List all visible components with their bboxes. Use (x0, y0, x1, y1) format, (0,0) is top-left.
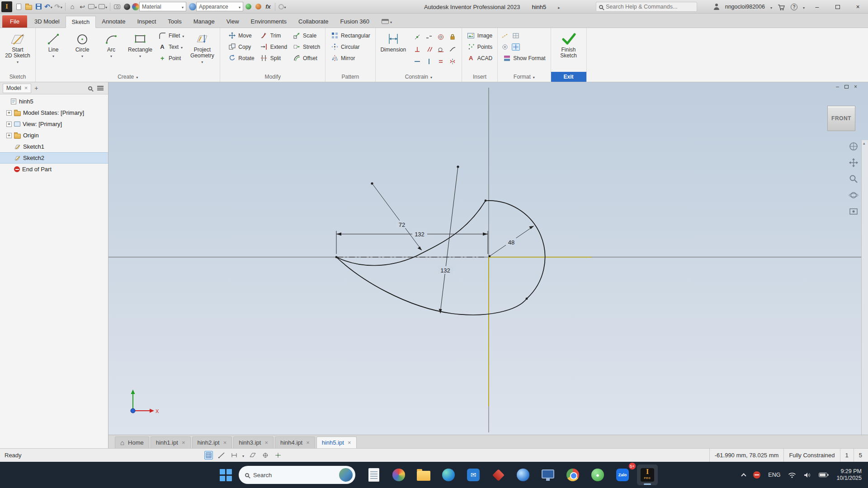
show-format-button[interactable]: Show Format (501, 52, 547, 64)
doc-close-icon[interactable]: × (854, 84, 857, 90)
dimension-text[interactable]: 132 (415, 231, 425, 238)
zoom-icon[interactable] (848, 174, 859, 184)
help-search-box[interactable] (596, 2, 697, 12)
home-view-button[interactable] (67, 1, 77, 12)
trim-button[interactable]: Trim (258, 30, 289, 41)
wifi-icon[interactable] (788, 472, 796, 478)
move-button[interactable]: Move (226, 30, 256, 41)
stretch-button[interactable]: Stretch (291, 41, 322, 52)
snap-node-icon[interactable] (274, 451, 282, 460)
point-button[interactable]: + Point (156, 52, 186, 64)
caret-down-icon[interactable] (803, 4, 805, 10)
navigation-wheel-icon[interactable] (848, 141, 859, 152)
tab-tools[interactable]: Tools (162, 15, 187, 28)
parameters-button[interactable]: fx (263, 1, 273, 12)
graphics-window[interactable]: 132 72 132 48 (108, 82, 868, 435)
caret-down-icon[interactable] (242, 452, 244, 459)
scale-button[interactable]: Scale (291, 30, 322, 41)
taskbar-search-box[interactable]: Search (239, 466, 355, 484)
doc-minimize-icon[interactable]: – (836, 84, 839, 90)
panel-title-insert[interactable]: Insert (462, 72, 497, 82)
tray-expand-chevron-icon[interactable] (741, 473, 746, 478)
browser-tab-model[interactable]: Model (3, 84, 31, 93)
return-button[interactable] (77, 1, 87, 12)
taskbar-green-app-icon[interactable]: ● (587, 465, 608, 485)
close-icon[interactable] (264, 439, 268, 446)
insert-points-button[interactable]: Points (465, 41, 494, 52)
tree-item-end-of-part[interactable]: End of Part (0, 164, 108, 175)
tree-item-view-primary[interactable]: View: [Primary] (0, 118, 108, 130)
dimension-text[interactable]: 72 (399, 221, 405, 228)
offset-button[interactable]: Offset (291, 52, 322, 64)
ribbon-display-toggle[interactable] (382, 15, 392, 28)
mirror-button[interactable]: Mirror (329, 52, 372, 64)
snap-lines-icon[interactable] (217, 451, 226, 460)
taskbar-clock[interactable]: 9:29 PM 10/1/2025 (836, 468, 862, 482)
slice-graphics-icon[interactable] (248, 451, 257, 460)
fillet-button[interactable]: Fillet (156, 30, 186, 41)
vertical-constraint-icon[interactable] (424, 56, 434, 66)
insert-acad-button[interactable]: AACAD (465, 52, 494, 64)
help-icon[interactable]: ? (791, 4, 797, 10)
clear-appearance-button[interactable] (253, 1, 263, 12)
render-button[interactable] (122, 1, 132, 12)
taskbar-inventor-icon[interactable]: IPRO (637, 465, 658, 485)
username-text[interactable]: nngocloi982006 (725, 4, 765, 10)
panel-title-create[interactable]: Create (36, 72, 220, 82)
arc-button[interactable]: Arc (97, 30, 126, 60)
vertical-scrollbar[interactable] (861, 140, 868, 435)
symmetric-constraint-icon[interactable] (447, 56, 458, 66)
tab-fusion-360[interactable]: Fusion 360 (335, 15, 375, 28)
look-at-icon[interactable] (848, 206, 859, 217)
close-icon[interactable] (348, 439, 351, 446)
panel-title-pattern[interactable]: Pattern (326, 72, 375, 82)
orbit-icon[interactable] (848, 190, 859, 201)
taskbar-file-explorer-icon[interactable] (413, 465, 434, 485)
taskbar-diamond-app-icon[interactable] (488, 465, 509, 485)
windows-start-button[interactable] (218, 467, 233, 483)
cart-icon[interactable] (778, 4, 785, 11)
dimension-text[interactable]: 132 (440, 267, 450, 274)
perpendicular-constraint-icon[interactable] (412, 44, 422, 54)
tab-file[interactable]: File (2, 15, 27, 28)
doc-tab-home[interactable]: Home (115, 436, 149, 448)
rotate-button[interactable]: Rotate (226, 52, 256, 64)
tab-collaborate[interactable]: Collaborate (292, 15, 335, 28)
circular-pattern-button[interactable]: Circular (329, 41, 372, 52)
caret-down-icon[interactable] (770, 4, 772, 10)
adjust-appearance-button[interactable] (243, 1, 253, 12)
driven-dimension-icon[interactable] (512, 43, 520, 51)
material-dropdown[interactable]: Material (139, 2, 186, 11)
project-geometry-button[interactable]: Project Geometry (188, 30, 217, 66)
panel-title-constrain[interactable]: Constrain (376, 72, 462, 82)
smooth-constraint-icon[interactable] (447, 44, 458, 54)
undo-button[interactable] (43, 1, 53, 12)
tree-item-origin[interactable]: Origin (0, 130, 108, 141)
doc-tab-hinh2[interactable]: hinh2.ipt (192, 436, 232, 448)
origin-indicator-icon[interactable] (261, 451, 269, 460)
close-icon[interactable] (182, 439, 185, 446)
taskbar-mail-icon[interactable]: ✉ (463, 465, 484, 485)
doc-restore-icon[interactable] (844, 85, 849, 89)
tab-environments[interactable]: Environments (245, 15, 292, 28)
camera-button[interactable] (112, 1, 122, 12)
taskbar-browser-app-icon[interactable] (513, 465, 533, 485)
pan-icon[interactable] (848, 157, 859, 168)
rectangular-pattern-button[interactable]: Rectangular (329, 30, 372, 41)
doc-tab-hinh1[interactable]: hinh1.ipt (151, 436, 191, 448)
horizontal-constraint-icon[interactable] (412, 56, 422, 66)
circle-button[interactable]: Circle (68, 30, 97, 60)
tree-item-sketch2[interactable]: Sketch2 (0, 152, 108, 164)
tab-manage[interactable]: Manage (188, 15, 221, 28)
close-icon[interactable] (306, 439, 310, 446)
sketch-vertex[interactable] (335, 256, 338, 258)
expander-icon[interactable] (6, 122, 12, 127)
tree-item-sketch1[interactable]: Sketch1 (0, 141, 108, 152)
panel-title-modify[interactable]: Modify (220, 72, 325, 82)
tab-sketch[interactable]: Sketch (66, 16, 96, 28)
dimension-132-diagonal[interactable]: 132 (438, 165, 459, 314)
expander-icon[interactable] (6, 110, 12, 116)
dynamic-dimension-icon[interactable] (230, 451, 238, 460)
tab-annotate[interactable]: Annotate (96, 15, 131, 28)
centerpoint-format-icon[interactable] (501, 43, 509, 51)
